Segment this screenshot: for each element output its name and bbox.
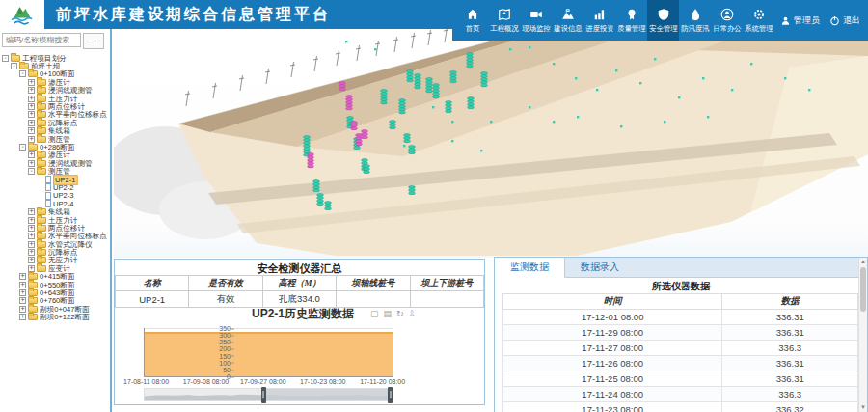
tab-data-entry[interactable]: 数据录入 [565,258,635,277]
nav-item-monitor[interactable]: 现场监控 [520,0,552,41]
sensor-dot [620,125,622,127]
instrument-marker-teal[interactable] [467,53,474,68]
nav-label: 安全管理 [649,23,677,33]
datazoom-left-handle[interactable] [261,387,266,403]
nav-item-safety[interactable]: 安全管理 [647,0,679,41]
expand-toggle[interactable]: + [28,87,35,94]
data-view-icon[interactable]: ▤ [384,309,393,318]
x-tick-label: 17-10-23 08:00 [300,378,345,385]
refresh-icon[interactable]: ↻ [396,309,404,318]
folder-icon [28,144,38,151]
data-row[interactable]: 17-11-25 08:00336.31 [503,371,858,387]
datazoom-right-handle[interactable] [388,387,393,403]
nav-item-office[interactable]: 日常办公 [711,0,743,41]
collapse-toggle[interactable]: - [19,144,26,151]
instrument-marker-teal[interactable] [399,99,406,114]
nav-item-progress[interactable]: 进度投资 [583,0,615,41]
folder-icon [19,63,29,69]
expand-toggle[interactable]: + [28,265,35,272]
scrollbar[interactable]: ▲ ▼ [858,258,867,412]
logout-button[interactable]: 退出 [829,14,860,27]
expand-toggle[interactable]: + [28,127,35,134]
data-row[interactable]: 17-12-01 08:00336.31 [503,310,858,325]
collapse-toggle[interactable]: - [2,55,9,62]
expand-toggle[interactable]: + [28,208,35,215]
chart-plot[interactable] [144,328,393,377]
instrument-marker-teal[interactable] [381,90,388,104]
expand-toggle[interactable]: + [19,289,26,296]
expand-toggle[interactable]: + [19,297,26,304]
expand-toggle[interactable]: + [19,306,26,313]
instrument-marker-teal[interactable] [481,72,488,87]
admin-user-button[interactable]: 管理员 [780,14,820,27]
nav-item-home[interactable]: 首页 [456,0,488,41]
nav-item-construction[interactable]: 建设信息 [552,0,583,41]
y-tick-label: 300 [211,332,234,339]
expand-toggle[interactable]: + [28,96,35,102]
search-input[interactable] [2,33,81,47]
data-row[interactable]: 17-11-26 08:00336.31 [503,356,858,371]
expand-toggle[interactable]: + [19,282,26,288]
collapse-toggle[interactable]: - [11,63,17,69]
survey-antenna [239,75,244,91]
restore-icon[interactable]: ▢ [370,309,379,318]
scroll-up-arrow[interactable]: ▲ [859,258,867,266]
instrument-marker-teal[interactable] [433,84,440,98]
instrument-marker-pink[interactable] [351,122,358,130]
instrument-marker-teal[interactable] [409,146,416,154]
tab-monitor-data[interactable]: 监测数据 [495,258,565,278]
instrument-marker-teal[interactable] [390,121,396,129]
instrument-marker-teal[interactable] [404,134,411,143]
instrument-marker-teal[interactable] [325,202,332,210]
nav-item-system[interactable]: 系统管理 [743,0,774,41]
dam-3d-view[interactable] [114,29,868,258]
tree-item[interactable]: +副坝0+122断面 [2,314,110,321]
expand-toggle[interactable]: + [28,233,35,239]
expand-toggle[interactable]: + [28,249,35,256]
instrument-marker-pink[interactable] [346,96,353,110]
search-button[interactable]: → [83,33,104,49]
expand-toggle[interactable]: + [19,314,26,320]
datazoom-slider[interactable] [144,388,393,401]
tree-item[interactable]: UP2-1 [2,176,110,183]
scroll-down-arrow[interactable]: ▼ [859,403,867,412]
folder-icon [28,289,38,296]
expand-toggle[interactable]: + [28,79,35,86]
sensor-dot [374,48,376,50]
expand-toggle[interactable]: + [19,273,26,280]
x-tick-label: 17-09-08 08:00 [183,378,229,385]
expand-toggle[interactable]: + [28,111,35,118]
collapse-toggle[interactable]: - [19,70,26,77]
scroll-thumb[interactable] [860,267,866,312]
instrument-marker-teal[interactable] [415,74,421,89]
survey-antenna [336,50,340,66]
nav-user-area: 管理员 退出 [780,0,860,41]
data-row[interactable]: 17-11-27 08:00336.3 [503,341,858,356]
data-row[interactable]: 17-11-24 08:00336.3 [503,387,858,402]
nav-item-quality[interactable]: 质量管理 [615,0,647,41]
download-icon[interactable]: ⇩ [409,309,417,318]
expand-toggle[interactable]: + [28,257,35,263]
sensor-dot [529,106,530,108]
data-row[interactable]: 17-11-23 08:00336.32 [503,402,858,412]
tree-item[interactable]: UP2-3 [2,192,110,200]
expand-toggle[interactable]: + [28,217,35,224]
expand-toggle[interactable]: + [28,225,35,232]
expand-toggle[interactable]: + [28,151,35,158]
expand-toggle[interactable]: + [28,103,35,110]
instrument-marker-teal[interactable] [426,78,433,93]
instrument-marker-pink[interactable] [308,153,314,168]
instrument-marker-teal[interactable] [409,186,416,195]
nav-item-flood[interactable]: 防汛度汛 [679,0,711,41]
expand-toggle[interactable]: + [28,120,35,126]
monitor-icon [529,8,543,21]
collapse-toggle[interactable]: - [28,168,35,175]
instrument-marker-teal[interactable] [364,165,370,174]
data-row[interactable]: 17-11-29 08:00336.31 [503,325,858,341]
instrument-marker-pink[interactable] [362,130,368,139]
folder-icon [28,314,38,320]
instrument-marker-pink[interactable] [339,82,346,91]
nav-item-overview[interactable]: 工程概况 [488,0,520,41]
expand-toggle[interactable]: + [28,160,35,167]
expand-toggle[interactable]: + [28,241,35,248]
